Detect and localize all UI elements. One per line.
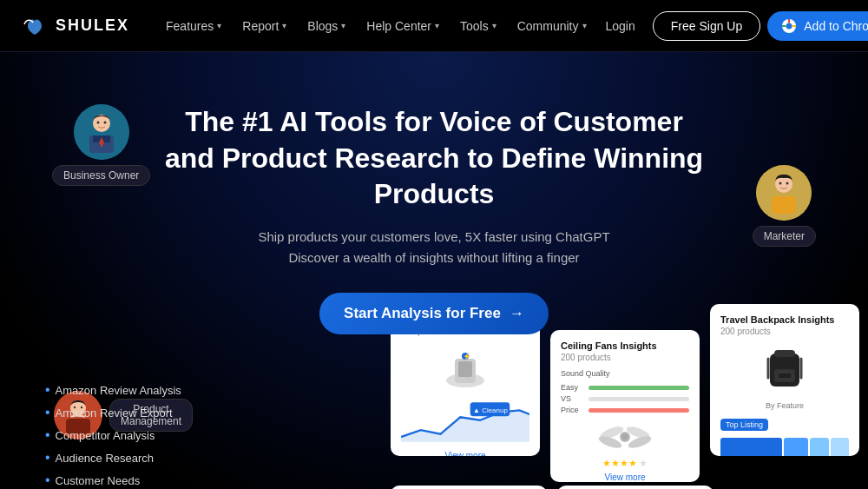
chevron-down-icon: ▾ xyxy=(435,21,439,30)
empty-card-slot xyxy=(724,486,859,489)
feature-tag: Top Listing xyxy=(720,419,768,431)
bullet-icon: • xyxy=(45,450,50,466)
chevron-down-icon: ▾ xyxy=(582,21,587,30)
logo[interactable]: SHULEX xyxy=(21,12,129,40)
start-analysis-button[interactable]: Start Analysis for Free → xyxy=(319,293,549,334)
hero-content: The #1 AI Tools for Voice of Customerand… xyxy=(148,104,720,362)
block-3 xyxy=(810,438,828,456)
nav-tools[interactable]: Tools ▾ xyxy=(451,12,505,40)
feature-item: • Audience Research xyxy=(45,450,181,466)
svg-text:▲ Cleanup: ▲ Cleanup xyxy=(473,406,508,414)
svg-point-32 xyxy=(621,433,628,440)
block-4 xyxy=(831,438,849,456)
marketer-avatar: Marketer xyxy=(753,165,816,247)
nav-items: Features ▾ Report ▾ Blogs ▾ Help Center … xyxy=(157,12,595,40)
bullet-icon: • xyxy=(45,472,50,488)
nav-features[interactable]: Features ▾ xyxy=(157,12,230,40)
navbar: SHULEX Features ▾ Report ▾ Blogs ▾ Help … xyxy=(0,0,868,52)
feature-list: • Amazon Review Analysis • Amazon Review… xyxy=(45,382,181,489)
login-link[interactable]: Login xyxy=(595,12,646,40)
red-bar xyxy=(589,408,689,413)
marketer-label: Marketer xyxy=(753,226,816,247)
nav-help-center[interactable]: Help Center ▾ xyxy=(358,12,448,40)
hero-subtitle: Ship products your customers love, 5X fa… xyxy=(148,227,720,268)
card-subtitle: 200 products xyxy=(720,327,849,336)
chrome-icon xyxy=(781,18,797,34)
view-more-link[interactable]: View more xyxy=(401,451,529,456)
feature-item: • Amazon Review Analysis xyxy=(45,382,181,398)
svg-rect-12 xyxy=(772,196,796,214)
logo-text: SHULEX xyxy=(56,17,129,35)
bar-label-easy: Easy xyxy=(561,383,585,392)
svg-rect-34 xyxy=(774,350,795,357)
svg-point-14 xyxy=(786,182,789,185)
feature-blocks-chart xyxy=(720,438,849,456)
chevron-down-icon: ▾ xyxy=(217,21,221,30)
baby-bouncer-card[interactable]: Baby Bouncer Insights 200 products xyxy=(391,486,547,489)
nav-community[interactable]: Community ▾ xyxy=(509,12,595,40)
bullet-icon: • xyxy=(45,405,50,420)
svg-point-8 xyxy=(96,122,99,124)
feature-item: • Customer Needs xyxy=(45,472,181,488)
bullet-icon: • xyxy=(45,382,50,398)
chevron-down-icon: ▾ xyxy=(282,21,286,30)
bar-label-price: Price xyxy=(561,406,585,414)
by-feature-label: By Feature xyxy=(766,401,804,410)
star-rating: ★★★★★ xyxy=(561,458,689,469)
travel-backpack-card[interactable]: Travel Backpack Insights 200 products By… xyxy=(710,304,859,456)
ceiling-fan-img xyxy=(595,420,655,454)
hero-section: Business Owner Marketer xyxy=(0,52,868,489)
cards-row-2: Baby Bouncer Insights 200 products Camer… xyxy=(382,486,868,489)
chevron-down-icon: ▾ xyxy=(492,21,496,30)
feature-item: • Competitor Analysis xyxy=(45,427,181,443)
business-owner-label: Business Owner xyxy=(52,165,150,186)
hero-title: The #1 AI Tools for Voice of Customerand… xyxy=(148,104,720,213)
bullet-icon: • xyxy=(45,427,50,443)
block-1 xyxy=(720,438,782,456)
line-chart: ▲ Cleanup xyxy=(401,400,529,444)
chevron-down-icon: ▾ xyxy=(341,21,345,30)
view-more-link[interactable]: View more xyxy=(561,472,689,482)
feature-item: • Amazon Review Export xyxy=(45,405,181,420)
free-signup-button[interactable]: Free Sign Up xyxy=(653,11,760,41)
business-owner-avatar: Business Owner xyxy=(52,104,150,186)
marketer-illustration xyxy=(756,165,812,221)
sound-quality-label: Sound Quality xyxy=(561,369,610,378)
backpack-img xyxy=(763,343,806,391)
green-bar xyxy=(589,386,689,390)
svg-rect-22 xyxy=(458,361,472,377)
add-chrome-button[interactable]: Add to Chrome xyxy=(767,11,868,41)
business-owner-illustration xyxy=(74,104,129,160)
camera-insights-card[interactable]: Camera Insights xyxy=(557,486,713,489)
nav-report[interactable]: Report ▾ xyxy=(233,12,295,40)
svg-rect-38 xyxy=(778,373,792,379)
block-2 xyxy=(784,438,808,456)
svg-point-2 xyxy=(786,23,792,29)
card-title: Travel Backpack Insights xyxy=(720,314,849,325)
svg-point-9 xyxy=(103,122,106,124)
bar-label-vs: VS xyxy=(561,394,585,403)
neutral-bar xyxy=(589,397,689,401)
svg-point-13 xyxy=(779,182,782,185)
nav-blogs[interactable]: Blogs ▾ xyxy=(299,12,354,40)
